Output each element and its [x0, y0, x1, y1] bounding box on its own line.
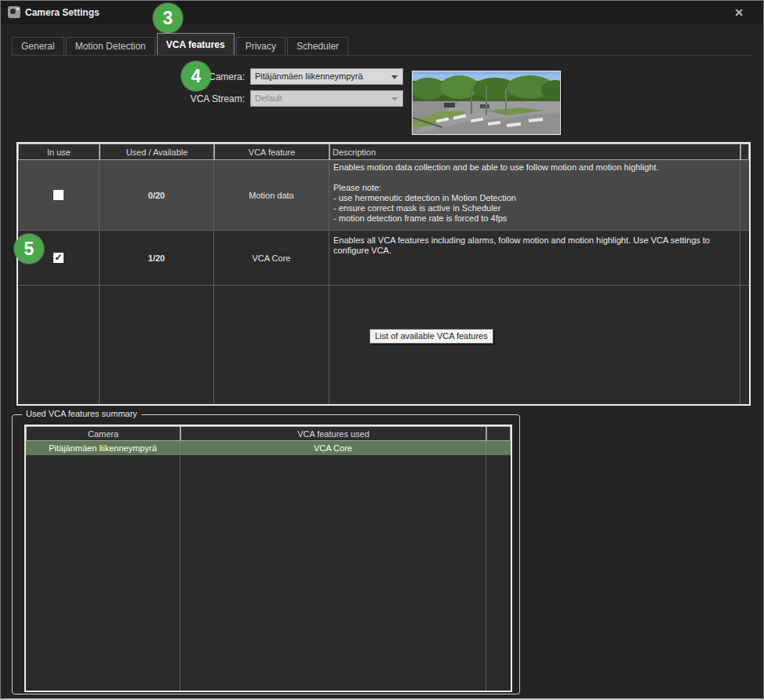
table-empty-area	[18, 285, 749, 404]
vca-core-description: Enables all VCA features including alarm…	[329, 231, 740, 285]
summary-camera-name: Pitäjänmäen liikenneympyrä	[26, 441, 180, 455]
vca-stream-label: VCA Stream:	[157, 93, 245, 104]
tab-motion-detection[interactable]: Motion Detection	[66, 37, 155, 55]
table-row-vca-core[interactable]: 1/20 VCA Core Enables all VCA features i…	[18, 230, 749, 285]
summary-features-used: VCA Core	[180, 441, 486, 455]
vca-stream-select-value: Default	[255, 93, 282, 103]
row-gutter	[740, 160, 749, 230]
tooltip: List of available VCA features	[369, 329, 493, 344]
vca-feature-table: In use Used / Available VCA feature Desc…	[16, 142, 751, 406]
window-title: Camera Settings	[25, 7, 100, 18]
motion-data-used: 0/20	[100, 160, 214, 230]
vca-core-checkbox[interactable]	[53, 253, 64, 263]
annotation-step-3: 3	[153, 3, 183, 33]
chevron-down-icon	[391, 97, 398, 101]
header-description: Description	[329, 144, 740, 160]
motion-data-checkbox[interactable]	[53, 190, 64, 200]
tab-vca-features[interactable]: VCA features	[157, 33, 235, 55]
motion-data-feature: Motion data	[214, 160, 329, 230]
vca-stream-select-disabled: Default	[250, 90, 403, 107]
group-title: Used VCA features summary	[22, 409, 141, 418]
summary-header-row: Camera VCA features used	[26, 426, 511, 441]
vca-core-feature: VCA Core	[214, 231, 329, 285]
annotation-step-4: 4	[181, 61, 211, 91]
chevron-down-icon	[391, 75, 398, 79]
vca-core-used: 1/20	[100, 231, 214, 285]
summary-header-features-used: VCA features used	[180, 426, 486, 441]
title-bar: Camera Settings ✕	[1, 1, 763, 24]
close-icon[interactable]: ✕	[732, 5, 746, 20]
table-row-motion-data[interactable]: 0/20 Motion data Enables motion data col…	[18, 160, 749, 230]
tab-strip: General Motion Detection VCA features Pr…	[12, 33, 752, 56]
annotation-step-5: 5	[14, 234, 44, 264]
camera-preview-scene	[413, 71, 560, 134]
tab-general[interactable]: General	[12, 37, 64, 55]
used-vca-summary-table: Camera VCA features used Pitäjänmäen lii…	[24, 425, 512, 692]
camera-app-icon	[8, 6, 20, 18]
tab-privacy[interactable]: Privacy	[236, 37, 286, 55]
camera-preview-image	[412, 71, 561, 135]
camera-select[interactable]: Pitäjänmäen liikenneympyrä	[250, 68, 403, 85]
header-vca-feature: VCA feature	[214, 144, 329, 160]
summary-empty-area	[26, 455, 511, 691]
camera-settings-dialog: Camera Settings ✕ 3 4 5 General Motion D…	[0, 0, 764, 700]
camera-select-value: Pitäjänmäen liikenneympyrä	[255, 71, 363, 81]
header-gutter	[740, 144, 749, 160]
motion-data-description: Enables motion data collection and be ab…	[329, 160, 740, 230]
summary-header-gutter	[486, 426, 511, 441]
summary-row-selected[interactable]: Pitäjänmäen liikenneympyrä VCA Core	[26, 441, 511, 455]
header-used-available: Used / Available	[100, 144, 214, 160]
header-in-use: In use	[18, 144, 100, 160]
tab-scheduler[interactable]: Scheduler	[287, 37, 348, 55]
row-gutter	[740, 231, 749, 285]
summary-header-camera: Camera	[26, 426, 180, 441]
feature-table-header: In use Used / Available VCA feature Desc…	[18, 144, 749, 160]
